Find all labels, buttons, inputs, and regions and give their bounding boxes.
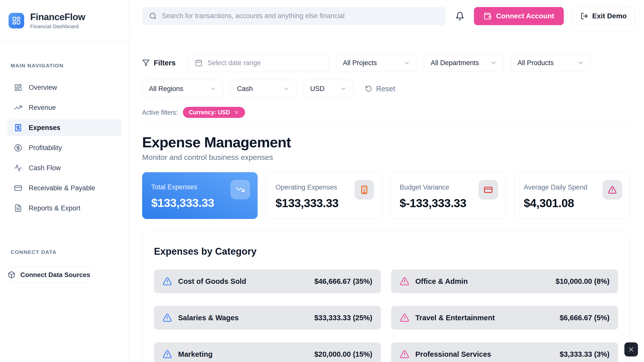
filters-title: Filters xyxy=(142,59,176,67)
trending-down-icon xyxy=(236,185,245,194)
stat-card-total-expenses[interactable]: Total Expenses $133,333.33 xyxy=(142,172,258,219)
bell-icon xyxy=(455,12,464,21)
category-value: $46,666.67 (35%) xyxy=(314,277,372,286)
date-range-input[interactable] xyxy=(208,59,322,67)
sidebar-item-label: Receivable & Payable xyxy=(29,184,95,192)
currency-dropdown[interactable]: USD xyxy=(303,80,353,98)
layout-dashboard-icon xyxy=(14,83,22,92)
chevron-down-icon xyxy=(283,85,290,92)
credit-card-icon xyxy=(484,185,493,194)
stat-card-operating-expenses[interactable]: Operating Expenses $133,333.33 xyxy=(266,172,382,219)
category-row-salaries-wages[interactable]: Salaries & Wages $33,333.33 (25%) xyxy=(154,306,381,330)
file-text-icon xyxy=(14,204,22,212)
log-out-icon xyxy=(581,12,588,20)
category-row-professional-services[interactable]: Professional Services $3,333.33 (3%) xyxy=(391,342,618,362)
active-filter-chip-text: Currency: USD xyxy=(189,109,230,116)
page-header: Expense Management Monitor and control b… xyxy=(142,134,630,162)
sidebar-item-label: Reports & Export xyxy=(29,204,80,212)
accounting-basis-dropdown[interactable]: Cash xyxy=(230,80,296,98)
sidebar-item-label: Revenue xyxy=(29,104,56,112)
category-name: Professional Services xyxy=(415,350,491,358)
sidebar-nav: Overview Revenue Expenses Profitability … xyxy=(0,79,129,216)
category-name: Marketing xyxy=(178,350,213,358)
filters-block: Filters All Projects All Departments All… xyxy=(142,54,630,126)
topbar: Connect Account Exit Demo xyxy=(129,0,644,32)
app-logo-icon xyxy=(9,13,24,28)
rotate-ccw-icon xyxy=(365,85,372,92)
reset-filters-button[interactable]: Reset xyxy=(365,85,395,93)
category-name: Office & Admin xyxy=(415,277,468,286)
sidebar-item-overview[interactable]: Overview xyxy=(8,79,122,96)
sidebar-item-label: Cash Flow xyxy=(29,164,61,172)
projects-dropdown[interactable]: All Projects xyxy=(336,54,417,72)
reset-label: Reset xyxy=(376,85,395,93)
category-value: $33,333.33 (25%) xyxy=(314,314,372,322)
remove-filter-button[interactable] xyxy=(234,110,239,115)
sidebar-item-reports-export[interactable]: Reports & Export xyxy=(8,200,122,216)
category-name: Salaries & Wages xyxy=(178,314,239,322)
category-value: $20,000.00 (15%) xyxy=(314,350,372,358)
category-row-left: Travel & Entertainment xyxy=(400,313,495,323)
category-grid: Cost of Goods Sold $46,666.67 (35%) Offi… xyxy=(154,269,618,362)
sidebar-item-profitability[interactable]: Profitability xyxy=(8,140,122,156)
wallet-icon xyxy=(484,12,492,20)
stat-icon-badge xyxy=(478,180,498,200)
stat-card-budget-variance[interactable]: Budget Variance $-133,333.33 xyxy=(390,172,506,219)
connect-account-button[interactable]: Connect Account xyxy=(474,7,564,25)
date-range-field xyxy=(188,54,329,72)
search-input[interactable] xyxy=(162,12,439,20)
alert-triangle-icon xyxy=(400,277,409,286)
calendar-icon xyxy=(195,59,203,67)
main-navigation-label: MAIN NAVIGATION xyxy=(11,63,129,69)
trending-up-icon xyxy=(14,104,22,112)
search-icon xyxy=(149,12,157,20)
chevron-down-icon xyxy=(340,85,347,92)
alert-triangle-icon xyxy=(400,349,409,359)
sidebar-item-expenses[interactable]: Expenses xyxy=(8,119,122,136)
filter-funnel-icon xyxy=(142,59,150,67)
stat-icon-badge xyxy=(354,180,374,200)
alert-triangle-icon xyxy=(163,349,172,359)
app-title: FinanceFlow xyxy=(30,12,85,22)
departments-dropdown-value: All Departments xyxy=(431,59,479,67)
circle-dollar-icon xyxy=(14,144,22,152)
expenses-by-category-title: Expenses by Category xyxy=(154,246,618,257)
sidebar-item-label: Expenses xyxy=(29,124,60,132)
accounting-basis-value: Cash xyxy=(237,85,253,93)
products-dropdown[interactable]: All Products xyxy=(511,54,591,72)
brand-block: FinanceFlow Financial Dashboard xyxy=(0,0,129,41)
sidebar-item-revenue[interactable]: Revenue xyxy=(8,99,122,116)
connect-data-sources-label: Connect Data Sources xyxy=(20,271,90,279)
category-value: $3,333.33 (3%) xyxy=(560,350,610,358)
regions-dropdown-value: All Regions xyxy=(149,85,183,93)
active-filter-chip: Currency: USD xyxy=(183,107,245,118)
close-overlay-button[interactable] xyxy=(624,342,638,356)
category-row-travel-entertainment[interactable]: Travel & Entertainment $6,666.67 (5%) xyxy=(391,306,618,330)
active-filters-label: Active filters: xyxy=(142,109,178,116)
page-title: Expense Management xyxy=(142,134,630,151)
active-filters-row: Active filters: Currency: USD xyxy=(142,107,630,118)
sidebar-item-label: Overview xyxy=(29,84,57,92)
exit-demo-button[interactable]: Exit Demo xyxy=(572,7,635,25)
stats-grid: Total Expenses $133,333.33 Operating Exp… xyxy=(142,172,630,219)
notifications-button[interactable] xyxy=(454,11,465,22)
projects-dropdown-value: All Projects xyxy=(343,59,377,67)
filters-label: Filters xyxy=(154,59,176,67)
activity-icon xyxy=(14,164,22,172)
category-row-cost-of-goods-sold[interactable]: Cost of Goods Sold $46,666.67 (35%) xyxy=(154,269,381,293)
category-row-left: Salaries & Wages xyxy=(163,313,239,323)
category-row-marketing[interactable]: Marketing $20,000.00 (15%) xyxy=(154,342,381,362)
receipt-icon xyxy=(14,124,22,132)
sidebar-item-cash-flow[interactable]: Cash Flow xyxy=(8,160,122,176)
category-row-office-admin[interactable]: Office & Admin $10,000.00 (8%) xyxy=(391,269,618,293)
connect-data-sources-button[interactable]: Connect Data Sources xyxy=(8,267,90,283)
category-row-left: Marketing xyxy=(163,349,213,359)
sidebar: FinanceFlow Financial Dashboard MAIN NAV… xyxy=(0,0,129,362)
sidebar-item-receivable-payable[interactable]: Receivable & Payable xyxy=(8,180,122,196)
regions-dropdown[interactable]: All Regions xyxy=(142,80,223,98)
connect-account-label: Connect Account xyxy=(496,12,554,20)
close-icon xyxy=(628,346,635,353)
stat-card-average-daily-spend[interactable]: Average Daily Spend $4,301.08 xyxy=(514,172,630,219)
departments-dropdown[interactable]: All Departments xyxy=(424,54,504,72)
category-row-left: Office & Admin xyxy=(400,277,468,286)
